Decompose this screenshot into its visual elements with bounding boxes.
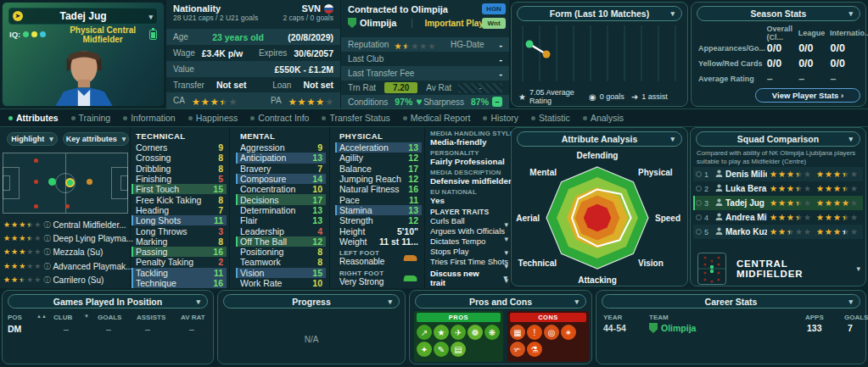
left-foot-label: LEFT FOOT [339, 249, 384, 257]
condition-row: Conditions 97% ♥ Sharpness 87% – [341, 95, 509, 108]
career-stats-header-dropdown[interactable]: Career Stats ▾ [602, 294, 860, 309]
key-attributes-dropdown[interactable]: Key attributes ▾ [63, 132, 129, 146]
club-badge-icon [348, 18, 356, 28]
position-dot-red [34, 158, 38, 163]
tab-statistic[interactable]: Statistic [531, 113, 570, 123]
attribute-row-strength: Strength12 [335, 215, 422, 225]
games-col-header[interactable]: POS [8, 314, 22, 321]
career-goals: 7 [848, 323, 853, 333]
games-col-header[interactable]: GOALS [98, 314, 121, 321]
mental-header: MENTAL [236, 127, 326, 142]
age-label: Age [173, 32, 188, 42]
games-col-header[interactable]: AV RAT [181, 314, 205, 321]
tab-medical-report[interactable]: Medical Report [403, 113, 471, 123]
media-personality-column: MEDIA HANDLING STYLEMedia-friendlyPERSON… [427, 127, 507, 288]
squad-player-row-andrea-milanese[interactable]: 4Andrea Milanese★★★★★★★★★★★★★★★★★★★★ [693, 210, 863, 225]
boot-icon: ➜ [631, 92, 638, 102]
tab-transfer-status[interactable]: Transfer Status [322, 113, 389, 123]
games-col-header[interactable]: CLUB [53, 314, 72, 321]
squad-player-row-denis-milić[interactable]: 1Denis Milić★★★★★★★★★★★★★★★★★★★★ [693, 167, 863, 181]
attribute-row-vision: Vision15 [236, 268, 326, 278]
last-club-value: - [500, 54, 503, 64]
burst-icon: ✴ [561, 325, 576, 340]
squad-player-row-luka-bera[interactable]: 2Luka Bera★★★★★★★★★★★★★★★★★★★★ [693, 181, 863, 196]
tab-information[interactable]: Information [123, 113, 176, 123]
star-rating: ★★★★★★★★★★ [816, 199, 858, 208]
squad-comparison-header-dropdown[interactable]: Squad Comparison ▾ [696, 131, 860, 147]
career-table-row[interactable]: 44-54Olimpija1337 [596, 323, 865, 335]
attribute-row-off-the-ball: Off The Ball12 [236, 236, 326, 247]
reputation-row: Reputation ★★★★★★★★★★ HG-Date - [341, 37, 509, 52]
media-section-value: Defensive midfielder [427, 176, 507, 186]
squad-player-name: Tadej Jug [725, 198, 767, 208]
squad-player-name: Marko Kuzma [725, 227, 767, 236]
chevron-down-icon: ▾ [148, 13, 153, 21]
attribute-row-teamwork: Teamwork8 [236, 257, 326, 267]
tab-dot-icon [123, 116, 127, 120]
attribute-row-balance: Balance17 [335, 164, 422, 174]
tab-training[interactable]: Training [71, 113, 111, 123]
tab-history[interactable]: History [483, 113, 518, 123]
career-col-header[interactable]: GOALS [844, 314, 868, 321]
progress-header-dropdown[interactable]: Progress ▾ [223, 294, 400, 309]
attribute-row-crossing: Crossing8 [132, 153, 227, 163]
tab-dot-icon [250, 116, 255, 120]
squad-player-row-marko-kuzma[interactable]: 5Marko Kuzma★★★★★★★★★★★★★★★★★★★★ [693, 225, 863, 239]
career-team[interactable]: Olimpija [649, 323, 696, 333]
career-col-header[interactable]: TEAM [649, 314, 669, 321]
person-icon [715, 213, 723, 222]
attribute-value: 4 [317, 226, 322, 236]
attribute-value: 12 [312, 236, 322, 247]
tab-label: Training [79, 113, 111, 123]
club-name[interactable]: Olimpija [360, 18, 396, 28]
squad-player-row-tadej-jug[interactable]: 3Tadej Jug★★★★★★★★★★★★★★★★★★★★ [693, 196, 863, 210]
discuss-new-trait-dropdown[interactable]: Discuss new trait▾ [427, 269, 507, 287]
attribute-row-natural-fitness: Natural Fitness16 [335, 184, 422, 194]
view-player-stats-button[interactable]: View Player Stats › [755, 88, 860, 103]
sharpness-value: 87% [471, 97, 489, 107]
player-trait: Curls Ball [427, 216, 507, 226]
career-col-header[interactable]: YEAR [603, 314, 622, 321]
left-foot-row: LEFT FOOT Reasonable [335, 247, 422, 267]
games-table-header: POSCLUBGOALSASSISTSAV RAT▲▲▼ [3, 314, 213, 322]
media-section-label: MEDIA DESCRIPTION [427, 169, 507, 176]
hgn-badge: HGN [482, 3, 506, 14]
pros-cons-header-dropdown[interactable]: Pros and Cons ▾ [415, 294, 586, 309]
right-boot-icon [403, 275, 418, 281]
info-icon: ⓘ [43, 247, 50, 257]
attribute-value: 17 [408, 164, 418, 174]
tab-analysis[interactable]: Analysis [583, 113, 624, 123]
wanted-badge: Wnt [482, 18, 506, 29]
mental-attributes-column: MENTAL Aggression9Anticipation13Bravery7… [236, 127, 326, 288]
tab-happiness[interactable]: Happiness [188, 113, 238, 123]
nationality-row: Nationality 28 U21 caps / 2 U21 goals SV… [166, 0, 340, 29]
flower-icon: ❁ [468, 325, 483, 340]
attribute-row-flair: Flair13 [236, 215, 326, 225]
attribute-row-dribbling: Dribbling8 [132, 164, 227, 174]
attribute-analysis-header-dropdown[interactable]: Attribute Analysis ▾ [517, 131, 682, 147]
player-name-bar[interactable]: ➤ Tadej Jug ▾ [8, 8, 158, 25]
nationality-panel: Nationality 28 U21 caps / 2 U21 goals SV… [166, 0, 340, 108]
attribute-row-determination: Determination13 [236, 205, 326, 215]
season-stats-row: Appearances/Go...0/00/00/0 [698, 42, 862, 55]
career-col-header[interactable]: APPS [805, 314, 824, 321]
form-header-dropdown[interactable]: Form (Last 10 Matches) ▾ [517, 6, 682, 21]
games-played-header-dropdown[interactable]: Games Played In Position ▾ [8, 294, 208, 309]
chevron-down-icon: ▾ [848, 297, 853, 306]
pa-label: PA [271, 96, 282, 105]
highlight-dropdown[interactable]: Highlight ▾ [7, 132, 58, 146]
attribute-value: 10 [312, 184, 322, 194]
tab-attributes[interactable]: Attributes [8, 113, 59, 123]
games-col-header[interactable]: ASSISTS [137, 314, 165, 321]
u21-caps: 28 U21 caps / 2 U21 goals [173, 14, 283, 22]
season-stats-header-dropdown[interactable]: Season Stats ▾ [697, 6, 860, 21]
sort-asc-icon[interactable]: ▲▲ [36, 314, 47, 319]
sort-desc-icon[interactable]: ▼ [84, 314, 89, 319]
tab-label: Statistic [539, 113, 570, 123]
position-dot-red [65, 204, 70, 209]
position-selector-row[interactable]: CENTRAL MIDFIELDER ▾ [697, 252, 860, 286]
cons-bar: CONS [510, 313, 586, 322]
attribute-value: 16 [213, 278, 223, 288]
tab-contract-info[interactable]: Contract Info [250, 113, 309, 123]
plane-icon: ✈ [451, 325, 466, 340]
